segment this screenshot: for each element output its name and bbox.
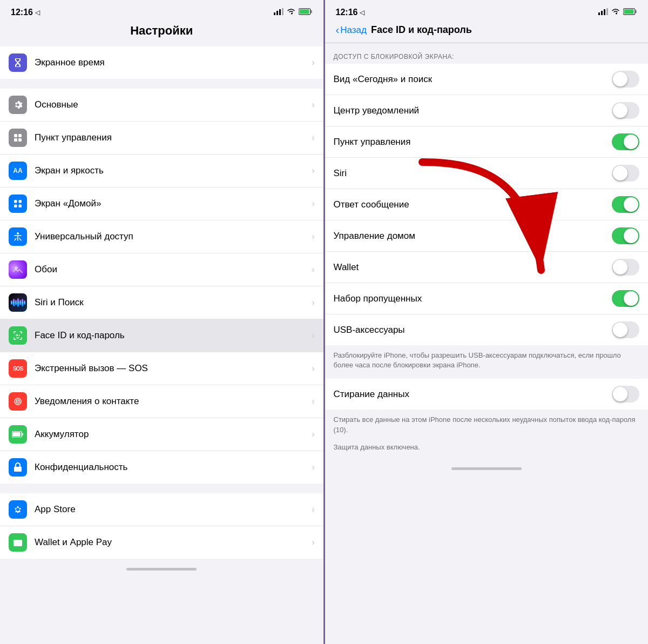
home-control-toggle[interactable] — [612, 227, 639, 244]
screen-time-icon — [9, 53, 27, 72]
wallet-detail-label: Wallet — [334, 262, 612, 273]
right-status-bar: 12:16 ◁ — [325, 0, 649, 22]
missed-calls-item[interactable]: Набор пропущенных — [325, 283, 649, 314]
home-control-label: Управление домом — [334, 231, 612, 242]
accessibility-chevron: › — [312, 232, 314, 242]
notification-center-item[interactable]: Центр уведомлений — [325, 95, 649, 126]
home-screen-item[interactable]: Экран «Домой» › — [0, 187, 323, 220]
contact-chevron: › — [312, 397, 314, 406]
wallet-item[interactable]: Wallet и Apple Pay › — [0, 526, 323, 559]
accessibility-label: Универсальный доступ — [35, 231, 312, 242]
today-search-item[interactable]: Вид «Сегодня» и поиск — [325, 64, 649, 95]
svg-rect-34 — [635, 10, 637, 13]
privacy-icon — [9, 458, 27, 477]
svg-rect-29 — [598, 12, 600, 15]
accessibility-icon — [9, 227, 27, 246]
siri-detail-toggle[interactable] — [612, 165, 639, 182]
svg-rect-9 — [14, 138, 17, 142]
svg-rect-5 — [310, 10, 312, 13]
usb-accessories-toggle[interactable] — [612, 321, 639, 338]
wifi-icon — [287, 8, 295, 17]
notification-center-label: Центр уведомлений — [334, 105, 612, 116]
svg-rect-3 — [282, 8, 284, 15]
sos-item[interactable]: SOS Экстренный вызов — SOS › — [0, 352, 323, 385]
erase-data-toggle[interactable] — [612, 386, 639, 403]
svg-rect-32 — [606, 8, 608, 15]
contact-item[interactable]: Уведомления о контакте › — [0, 385, 323, 418]
left-page-title: Настройки — [11, 24, 313, 38]
general-chevron: › — [312, 100, 314, 110]
wallpaper-item[interactable]: Обои › — [0, 253, 323, 286]
appstore-chevron: › — [312, 505, 314, 514]
battery-settings-icon — [9, 425, 27, 444]
sos-icon: SOS — [9, 359, 27, 378]
back-chevron-icon: ‹ — [336, 24, 340, 36]
left-status-icons — [274, 8, 313, 17]
erase-data-item[interactable]: Стирание данных — [325, 379, 649, 410]
svg-rect-7 — [14, 134, 17, 137]
back-button[interactable]: Назад — [340, 25, 367, 36]
siri-detail-item[interactable]: Siri — [325, 158, 649, 189]
usb-accessories-label: USB-аксессуары — [334, 325, 612, 336]
control-center-detail-item[interactable]: Пункт управления — [325, 126, 649, 158]
battery-item[interactable]: Аккумулятор › — [0, 418, 323, 451]
main-settings-card: Основные › Пункт управления › AA Экран и… — [0, 89, 323, 484]
appstore-card: App Store › Wallet и Apple Pay › — [0, 493, 323, 559]
reply-message-toggle[interactable] — [612, 196, 639, 213]
left-status-bar: 12:16 ◁ — [0, 0, 323, 22]
wallet-label: Wallet и Apple Pay — [35, 537, 312, 548]
notification-center-toggle[interactable] — [612, 102, 639, 119]
svg-point-25 — [16, 508, 19, 511]
wallet-detail-item[interactable]: Wallet — [325, 252, 649, 283]
right-home-indicator — [325, 460, 649, 478]
contact-icon — [9, 392, 27, 411]
general-label: Основные — [35, 99, 312, 110]
svg-rect-27 — [14, 540, 22, 542]
svg-rect-14 — [19, 205, 22, 208]
faceid-item[interactable]: Face ID и код-пароль › — [0, 319, 323, 352]
display-chevron: › — [312, 166, 314, 176]
svg-rect-1 — [276, 11, 278, 15]
settings-group-3: App Store › Wallet и Apple Pay › — [0, 493, 323, 559]
svg-point-15 — [17, 232, 19, 234]
display-item[interactable]: AA Экран и яркость › — [0, 155, 323, 187]
control-center-label: Пункт управления — [35, 132, 312, 143]
svg-rect-35 — [624, 10, 634, 14]
privacy-label: Конфиденциальность — [35, 462, 312, 473]
siri-item[interactable]: Siri и Поиск › — [0, 286, 323, 319]
settings-group-2: Основные › Пункт управления › AA Экран и… — [0, 89, 323, 484]
display-label: Экран и яркость — [35, 165, 312, 176]
siri-icon — [9, 293, 27, 312]
wallpaper-chevron: › — [312, 265, 314, 274]
home-control-item[interactable]: Управление домом — [325, 220, 649, 252]
erase-data-label: Стирание данных — [334, 389, 612, 400]
left-location-icon: ◁ — [35, 9, 40, 16]
screen-time-chevron: › — [312, 58, 314, 68]
reply-message-item[interactable]: Ответ сообщение — [325, 189, 649, 220]
battery-chevron: › — [312, 430, 314, 439]
general-item[interactable]: Основные › — [0, 89, 323, 122]
battery-icon — [299, 8, 313, 17]
erase-description: Стирать все данные на этом iPhone после … — [325, 411, 649, 442]
wallet-icon — [9, 533, 27, 552]
control-center-detail-toggle[interactable] — [612, 133, 639, 150]
today-search-toggle[interactable] — [612, 71, 639, 88]
control-center-item[interactable]: Пункт управления › — [0, 122, 323, 155]
appstore-label: App Store — [35, 504, 312, 515]
privacy-item[interactable]: Конфиденциальность › — [0, 451, 323, 484]
missed-calls-label: Набор пропущенных — [334, 293, 612, 304]
signal-icon — [274, 8, 284, 17]
svg-rect-30 — [601, 11, 603, 15]
usb-accessories-item[interactable]: USB-аксессуары — [325, 314, 649, 345]
screen-time-item[interactable]: Экранное время › — [0, 46, 323, 79]
missed-calls-toggle[interactable] — [612, 290, 639, 307]
left-settings-scroll[interactable]: Экранное время › Основные › — [0, 44, 323, 644]
right-battery-icon — [623, 8, 637, 17]
faceid-chevron: › — [312, 331, 314, 340]
appstore-item[interactable]: App Store › — [0, 493, 323, 526]
home-screen-chevron: › — [312, 199, 314, 209]
svg-rect-12 — [19, 200, 22, 203]
right-detail-scroll[interactable]: ДОСТУП С БЛОКИРОВКОЙ ЭКРАНА: Вид «Сегодн… — [325, 43, 649, 644]
accessibility-item[interactable]: Универсальный доступ › — [0, 220, 323, 253]
wallet-detail-toggle[interactable] — [612, 259, 639, 276]
